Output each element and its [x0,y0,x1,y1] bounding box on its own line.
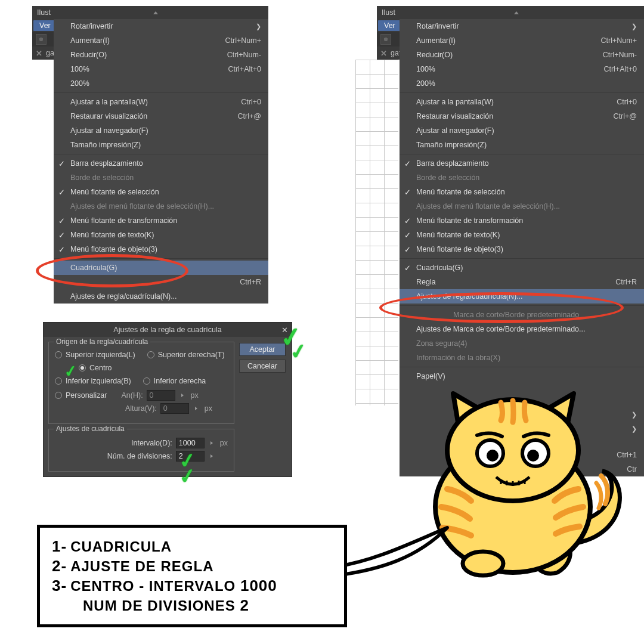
radio-sup-der[interactable]: Superior derecha(T) [147,351,225,359]
menu-zona-segura: Zona segura(4) [400,336,644,351]
check-icon: ✓ [404,188,411,197]
menu-barra-desp[interactable]: ✓Barra desplazamiento [400,156,644,171]
chevron-right-icon: ❯ [256,23,261,30]
dialog-titlebar: Ajustes de la regla de cuadrícula ✕ [44,323,292,337]
menu-tam-impresion[interactable]: Tamaño impresión(Z) [54,138,268,152]
radio-personalizar[interactable]: Personalizar An(H): 0 px [55,390,228,401]
menu-rotar[interactable]: Rotar/invertir❯ [54,19,268,33]
chevron-right-icon[interactable] [210,454,213,458]
menu-restaurar[interactable]: Restaurar visualizaciónCtrl+@ [54,109,268,123]
menu-flot-obj[interactable]: ✓Menú flotante de objeto(3) [54,242,268,256]
close-icon[interactable]: ✕ [36,49,42,58]
menu-aumentar[interactable]: Aumentar(I)Ctrl+Num+ [54,33,268,48]
left-app-panel: Ilust Ver ✕ gatit [32,6,54,60]
menu-flot-sel[interactable]: ✓Menú flotante de selección [54,185,268,199]
menu-flot-texto[interactable]: ✓Menú flotante de texto(K) [54,228,268,242]
right-menu-grip [400,6,644,19]
grid-settings-dialog: Ajustes de la regla de cuadrícula ✕ Orig… [43,322,292,477]
menu-ajustes-regla[interactable]: Ajustes de regla/cuadrícula(N)... [54,289,268,304]
menu-ajustes-flot: Ajustes del menú flotante de selección(H… [54,199,268,213]
svg-point-5 [527,450,539,462]
menu-tam-impresion[interactable]: Tamaño impresión(Z) [400,138,644,152]
menu-reducir[interactable]: Reducir(O)Ctrl+Num- [400,48,644,62]
right-tabbar: Ver [377,19,400,32]
chevron-right-icon[interactable] [181,394,184,397]
right-icon-row [377,32,400,47]
check-icon: ✓ [58,188,65,197]
left-file-tab[interactable]: ✕ gatit [32,47,54,60]
chevron-right-icon[interactable] [210,441,213,445]
menu-rotar[interactable]: Rotar/invertir❯ [400,19,644,33]
left-titlebar: Ilust [32,6,54,19]
loading-icon [380,34,391,45]
annotation-check: ✓ [177,463,197,489]
menu-ajustar-nav[interactable]: Ajustar al navegador(F) [400,123,644,138]
radio-inf-der[interactable]: Inferior derecha [143,377,206,385]
annotation-ellipse-right [379,292,624,323]
instruction-box: 1-CUADRICULA 2-AJUSTE DE REGLA 3-CENTRO … [37,525,347,627]
menu-regla[interactable]: ReglaCtrl+R [400,275,644,289]
close-icon[interactable]: ✕ [380,49,387,58]
check-icon: ✓ [404,216,411,225]
check-icon: ✓ [404,245,411,254]
menu-aumentar[interactable]: Aumentar(I)Ctrl+Num+ [400,33,644,48]
check-icon: ✓ [58,231,65,240]
annotation-check: ✓ [288,338,308,364]
annotation-ellipse-left [36,254,188,287]
accept-button[interactable]: Aceptar [239,343,286,356]
cat-mascot [423,382,626,584]
menu-ajustes-flot: Ajustes del menú flotante de selección(H… [400,199,644,213]
check-icon: ✓ [58,159,65,168]
svg-point-4 [487,450,499,462]
menu-100[interactable]: 100%Ctrl+Alt+0 [400,62,644,76]
cancel-button[interactable]: Cancelar [239,360,286,373]
menu-ajustes-marca[interactable]: Ajustes de Marca de corte/Borde predeter… [400,322,644,336]
menu-200[interactable]: 200% [54,76,268,91]
check-icon: ✓ [404,264,411,273]
menu-restaurar[interactable]: Restaurar visualizaciónCtrl+@ [400,109,644,123]
menu-flot-obj[interactable]: ✓Menú flotante de objeto(3) [400,242,644,256]
origin-legend: Origen de la regla/cuadrícula [54,338,150,346]
origin-fieldset: Origen de la regla/cuadrícula Superior i… [48,342,234,424]
menu-borde-sel: Borde de selección [400,171,644,185]
check-icon: ✓ [58,245,65,254]
menu-ajustar-pantalla[interactable]: Ajustar a la pantalla(W)Ctrl+0 [400,95,644,109]
menu-cuadricula[interactable]: ✓Cuadrícula(G) [400,261,644,275]
menu-flot-trans[interactable]: ✓Menú flotante de transformación [54,213,268,228]
menu-ajustar-pantalla[interactable]: Ajustar a la pantalla(W)Ctrl+0 [54,95,268,109]
chevron-right-icon: ❯ [631,23,637,30]
chevron-right-icon: ❯ [631,411,637,419]
annotation-check: ✓ [63,362,79,382]
menu-barra-desp[interactable]: ✓Barra desplazamiento [54,156,268,171]
chevron-right-icon[interactable] [195,407,197,410]
svg-point-6 [463,552,503,575]
menu-flot-texto[interactable]: ✓Menú flotante de texto(K) [400,228,644,242]
right-app-panel: Ilust Ver ✕ gatit [377,6,400,60]
left-menu-grip [54,6,268,19]
menu-100[interactable]: 100%Ctrl+Alt+0 [54,62,268,76]
interval-input[interactable]: 1000 [176,438,205,448]
menu-flot-trans[interactable]: ✓Menú flotante de transformación [400,213,644,228]
menu-borde-sel: Borde de selección [54,171,268,185]
grid-legend: Ajustes de cuadrícula [54,425,127,433]
menu-reducir[interactable]: Reducir(O)Ctrl+Num- [54,48,268,62]
menu-info-obra: Información de la obra(X) [400,351,644,365]
right-file-tab[interactable]: ✕ gatit [377,47,400,60]
speech-tail [334,525,453,584]
menu-ajustar-nav[interactable]: Ajustar al navegador(F) [54,123,268,138]
menu-flot-sel[interactable]: ✓Menú flotante de selección [400,185,644,199]
tab-ver-left[interactable]: Ver [33,20,57,31]
right-title: Ilust [377,8,395,17]
left-icon-row [32,32,54,47]
grid-canvas [355,60,398,405]
width-input[interactable]: 0 [147,390,175,401]
loading-icon [36,34,47,45]
radio-centro[interactable]: Centro [79,364,228,372]
menu-200[interactable]: 200% [400,76,644,91]
height-input[interactable]: 0 [160,403,189,414]
grid-fieldset: Ajustes de cuadrícula Intervalo(D): 1000… [48,429,234,472]
left-title: Ilust [32,8,51,17]
chevron-right-icon: ❯ [631,425,637,433]
tab-ver-right[interactable]: Ver [378,20,401,31]
radio-sup-izq[interactable]: Superior izquierda(L) [55,351,135,359]
